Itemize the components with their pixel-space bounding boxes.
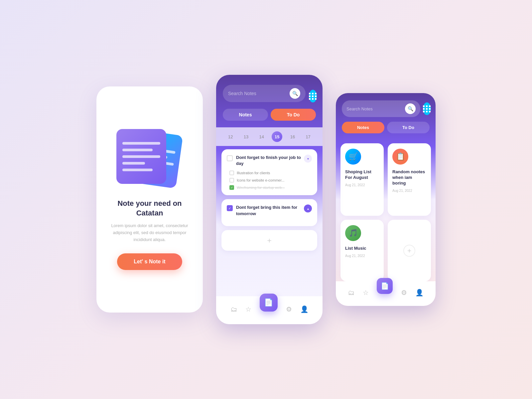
note-date-shopping: Aug 21, 2022 (345, 183, 365, 187)
nav-star-icon[interactable]: ☆ (245, 305, 251, 313)
tab-row: Notes To Do (223, 109, 316, 121)
cal-day-12[interactable]: 12 (225, 131, 236, 142)
screen3-tabs: Notes To Do (342, 122, 430, 133)
s3-nav-profile-icon[interactable]: 👤 (415, 289, 424, 297)
note-card-music[interactable]: 🎵 List Music Aug 21, 2022 (340, 220, 384, 281)
task-header-2: ✓ Dont forget bring this item for tomorr… (227, 204, 312, 216)
sub-checkbox-2[interactable] (229, 178, 234, 183)
notes-grid: 🛒 Shoping List For August Aug 21, 2022 📋… (336, 139, 436, 281)
calendar-strip: 12 13 14 15 16 17 (216, 127, 323, 146)
add-task-card[interactable]: ＋ (221, 230, 317, 251)
screen3-grid-dots (423, 105, 431, 112)
screen3-search-bar[interactable]: 🔍 (342, 100, 420, 117)
note-title-random: Random nootes when iam boring (392, 169, 426, 186)
note-title-shopping: Shoping List For August (345, 169, 379, 181)
search-icon-btn[interactable]: 🔍 (290, 88, 300, 99)
subtask-icons: Icons for website e-commer... (229, 178, 312, 183)
note-card-random[interactable]: 📋 Random nootes when iam boring Aug 21, … (388, 143, 431, 216)
s3-tab-notes[interactable]: Notes (342, 122, 384, 133)
s3-tab-todo[interactable]: To Do (387, 122, 430, 133)
note-card-shopping[interactable]: 🛒 Shoping List For August Aug 21, 2022 (340, 143, 384, 216)
music-icon: 🎵 (345, 225, 361, 241)
screen3-grid-btn[interactable] (423, 102, 431, 115)
notes-screen: 🔍 Notes To Do 🛒 Shoping Lis (336, 93, 436, 306)
search-bar[interactable]: 🔍 (223, 85, 306, 102)
subtasks-1: Illustration for clients Icons for websi… (227, 171, 312, 190)
task-title-2: Dont forget bring this item for tomorrow (236, 204, 304, 216)
task-checkbox-1[interactable] (227, 155, 233, 161)
sub-checkbox-3[interactable]: ✓ (229, 185, 234, 190)
note-add-icon: ＋ (403, 245, 415, 257)
task-chevron-1[interactable]: ▾ (304, 155, 312, 163)
grid-dots (309, 93, 317, 100)
nav-add-icon: 📄 (264, 298, 273, 307)
note-date-music: Aug 21, 2022 (345, 254, 365, 258)
s3-nav-add-btn[interactable]: 📄 (377, 278, 393, 294)
todo-screen: 🔍 Notes To Do 12 13 (216, 75, 323, 324)
screen1-title: Note your need on Catatan (106, 199, 193, 218)
front-line-3 (122, 155, 160, 158)
task-header-1: Dont forget to finish your job to day ▾ (227, 155, 312, 167)
tab-notes[interactable]: Notes (223, 109, 268, 121)
subtask-wireframe: ✓ Wireframing for startup web... (229, 185, 312, 190)
front-line-2 (122, 149, 153, 151)
task-card-2: ✓ Dont forget bring this item for tomorr… (221, 199, 317, 226)
note-title-music: List Music (345, 246, 366, 251)
subtask-illustration: Illustration for clients (229, 171, 312, 175)
front-line-4 (122, 162, 145, 165)
screen1-description: Lorem ipsum dolor sit amet, consectetur … (106, 222, 193, 243)
s3-nav-folder-icon[interactable]: 🗂 (348, 289, 354, 297)
task-title-1: Dont forget to finish your job to day (236, 155, 304, 167)
screen2-bottom-nav: 🗂 ☆ 📄 ⚙ 👤 (216, 296, 323, 324)
tab-todo[interactable]: To Do (271, 109, 316, 121)
s3-nav-add-icon: 📄 (381, 282, 389, 290)
shopping-icon: 🛒 (345, 149, 361, 165)
cal-day-15-active[interactable]: 15 (272, 131, 282, 142)
cal-day-16[interactable]: 16 (287, 131, 298, 142)
note-add-card[interactable]: ＋ (388, 220, 431, 281)
cal-day-17[interactable]: 17 (303, 131, 314, 142)
nav-settings-icon[interactable]: ⚙ (286, 305, 292, 313)
cal-day-14[interactable]: 14 (256, 131, 267, 142)
note-card-front (116, 129, 166, 184)
search-input[interactable] (228, 91, 286, 96)
s3-nav-star-icon[interactable]: ☆ (363, 289, 369, 297)
grid-menu-btn[interactable] (309, 90, 317, 102)
task-card-1: Dont forget to finish your job to day ▾ … (221, 149, 317, 195)
cal-day-13[interactable]: 13 (241, 131, 251, 142)
task-checkbox-2[interactable]: ✓ (227, 205, 233, 211)
screen3-search-icon[interactable]: 🔍 (405, 103, 416, 114)
nav-profile-icon[interactable]: 👤 (300, 305, 309, 313)
nav-folder-icon[interactable]: 🗂 (230, 306, 237, 313)
screen3-header: 🔍 Notes To Do (336, 93, 436, 139)
nav-add-btn[interactable]: 📄 (260, 294, 278, 312)
tasks-container: Dont forget to finish your job to day ▾ … (216, 146, 323, 296)
screen3-bottom-nav: 🗂 ☆ 📄 ⚙ 👤 (336, 281, 436, 306)
note-date-random: Aug 21, 2022 (392, 189, 412, 193)
cta-button[interactable]: Let' s Note it (117, 253, 182, 270)
screen2-header: 🔍 Notes To Do (216, 75, 323, 127)
front-line-1 (122, 142, 160, 145)
s3-nav-settings-icon[interactable]: ⚙ (401, 289, 407, 297)
onboarding-screen: Note your need on Catatan Lorem ipsum do… (96, 86, 203, 313)
front-line-5 (122, 169, 153, 171)
illustration (116, 129, 183, 189)
random-notes-icon: 📋 (392, 149, 408, 165)
task-chevron-2[interactable]: ▴ (304, 204, 312, 212)
screen3-search-input[interactable] (346, 106, 402, 111)
add-task-icon: ＋ (266, 235, 273, 245)
search-row: 🔍 (223, 85, 316, 107)
sub-checkbox-1[interactable] (229, 171, 234, 175)
screens-container: Note your need on Catatan Lorem ipsum do… (83, 62, 449, 337)
screen3-search-row: 🔍 (342, 100, 430, 117)
